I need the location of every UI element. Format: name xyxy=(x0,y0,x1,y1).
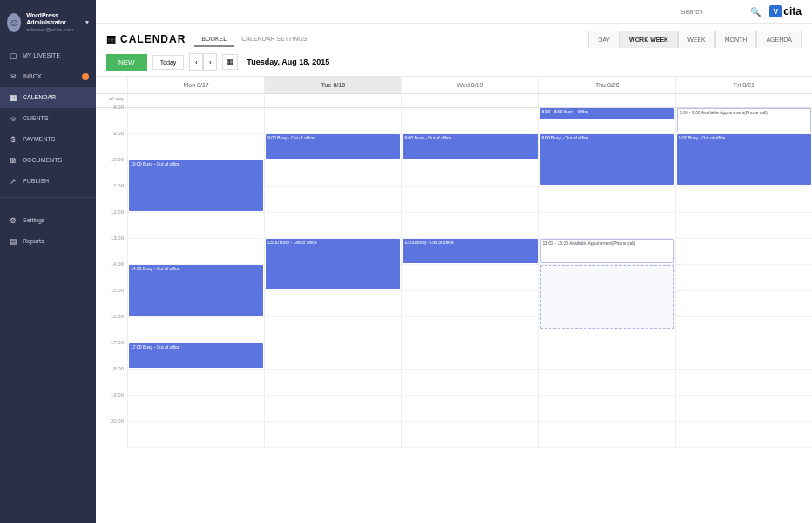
nav-icon: ▦ xyxy=(9,93,17,102)
hour-label: 19:00 xyxy=(96,392,127,418)
nav-label: INBOX xyxy=(23,73,42,79)
view-tab-day[interactable]: DAY xyxy=(588,31,619,48)
date-label: Tuesday, Aug 18, 2015 xyxy=(247,58,329,66)
tab-booked[interactable]: BOOKED xyxy=(194,32,234,47)
day-column[interactable]: 9:00 Busy - Out of office13:00 Busy - Ou… xyxy=(264,108,401,448)
calendar-event[interactable]: 13:00 - 13:30 Available Appointment(Phon… xyxy=(540,239,674,263)
hour-label: 17:00 xyxy=(96,340,127,366)
nav-icon: 🗎 xyxy=(9,156,17,165)
sidebar-item-my-livesite[interactable]: ▢MY LIVESITE xyxy=(0,45,96,66)
chevron-down-icon: ▾ xyxy=(85,18,89,26)
view-tab-work-week[interactable]: WORK WEEK xyxy=(619,31,678,48)
day-column[interactable]: 8:00 - 9:00 Available Appointment(Phone … xyxy=(675,108,812,448)
today-button[interactable]: Today xyxy=(152,55,185,70)
nav-footer: ⚙Settings▤Reports xyxy=(0,210,96,252)
view-tab-month[interactable]: MONTH xyxy=(715,31,757,48)
calendar-grid: Mon 8/17Tue 8/18Wed 8/19Thu 8/20Fri 8/21… xyxy=(96,77,812,523)
logo-text: cita xyxy=(783,5,802,17)
sidebar: ☺ WordPress Administrator adminvc@vcita.… xyxy=(0,0,96,523)
calendar-event[interactable]: 13:00 Busy - Out of office xyxy=(403,239,537,263)
date-picker-icon[interactable]: ▦ xyxy=(222,54,238,70)
calendar-event[interactable]: 8:00 - 8:30 Busy - Office xyxy=(540,108,674,119)
allday-cell[interactable] xyxy=(675,94,812,107)
profile-name: WordPress Administrator xyxy=(26,12,80,27)
toolbar: NEW Today ‹ › ▦ Tuesday, Aug 18, 2015 xyxy=(96,48,812,77)
nav-label: CALENDAR xyxy=(23,94,56,100)
profile[interactable]: ☺ WordPress Administrator adminvc@vcita.… xyxy=(0,7,96,38)
calendar-event[interactable]: 8:00 - 9:00 Available Appointment(Phone … xyxy=(677,108,811,132)
nav-label: CLIENTS xyxy=(23,115,49,121)
nav-label: Reports xyxy=(23,238,44,244)
search-icon[interactable]: 🔍 xyxy=(750,7,761,17)
day-column[interactable]: 8:00 - 8:30 Busy - Office9:00 Busy - Out… xyxy=(538,108,675,448)
day-header[interactable]: Tue 8/18 xyxy=(264,77,401,93)
allday-cell[interactable] xyxy=(401,94,538,107)
tab-calendar-settings[interactable]: CALENDAR SETTINGS xyxy=(234,32,314,47)
view-tab-agenda[interactable]: AGENDA xyxy=(756,31,802,48)
nav-label: PAYMENTS xyxy=(23,136,55,142)
avatar: ☺ xyxy=(7,13,21,32)
day-header[interactable]: Wed 8/19 xyxy=(401,77,538,93)
day-header[interactable]: Thu 8/20 xyxy=(538,77,675,93)
new-button[interactable]: NEW xyxy=(106,54,147,71)
sidebar-item-inbox[interactable]: ✉INBOX xyxy=(0,66,96,87)
allday-cell[interactable] xyxy=(538,94,675,107)
sidebar-item-clients[interactable]: ☺CLIENTS xyxy=(0,108,96,129)
nav-label: DOCUMENTS xyxy=(23,157,62,163)
hour-label: 18:00 xyxy=(96,366,127,392)
day-header[interactable]: Mon 8/17 xyxy=(127,77,264,93)
hour-label: 9:00 xyxy=(96,131,127,157)
allday-cell[interactable] xyxy=(127,94,264,107)
topbar: 🔍 V cita xyxy=(96,0,812,24)
sidebar-item-calendar[interactable]: ▦CALENDAR xyxy=(0,87,96,108)
calendar-event[interactable]: 9:00 Busy - Out of office xyxy=(266,134,400,159)
day-header[interactable]: Fri 8/21 xyxy=(675,77,812,93)
sidebar-item-payments[interactable]: $PAYMENTS xyxy=(0,129,96,150)
hour-label: 8:00 xyxy=(96,105,127,131)
hour-label: 13:00 xyxy=(96,235,127,262)
calendar-event[interactable]: 9:00 Busy - Out of office xyxy=(540,134,674,185)
sidebar-item-reports[interactable]: ▤Reports xyxy=(0,231,96,252)
nav-icon: ▤ xyxy=(9,237,17,246)
hour-label: 12:00 xyxy=(96,209,127,235)
day-column[interactable]: 9:00 Busy - Out of office13:00 Busy - Ou… xyxy=(401,108,538,448)
nav-label: PUBLISH xyxy=(23,178,49,184)
hour-label: 11:00 xyxy=(96,183,127,209)
hour-label: 14:00 xyxy=(96,262,127,288)
calendar-event[interactable]: 9:00 Busy - Out of office xyxy=(403,134,537,159)
sidebar-item-settings[interactable]: ⚙Settings xyxy=(0,210,96,231)
prev-button[interactable]: ‹ xyxy=(189,53,203,71)
notification-badge xyxy=(82,73,89,80)
sidebar-item-documents[interactable]: 🗎DOCUMENTS xyxy=(0,150,96,171)
page-title: ▦ CALENDAR xyxy=(106,33,186,45)
allday-cell[interactable] xyxy=(264,94,401,107)
view-tab-week[interactable]: WEEK xyxy=(678,31,715,48)
calendar-icon: ▦ xyxy=(106,33,117,45)
calendar-event[interactable]: 10:00 Busy - Out of office xyxy=(129,160,263,211)
hour-label: 10:00 xyxy=(96,157,127,183)
sidebar-item-publish[interactable]: ↗PUBLISH xyxy=(0,171,96,192)
nav-icon: $ xyxy=(9,135,17,144)
nav-icon: ✉ xyxy=(9,72,17,81)
calendar-event[interactable]: 14:00 Busy - Out of office xyxy=(129,265,263,316)
nav-icon: ⚙ xyxy=(9,216,17,225)
logo-mark: V xyxy=(769,5,782,17)
calendar-event[interactable]: 9:00 Busy - Out of office xyxy=(677,134,811,185)
hour-label: 20:00 xyxy=(96,418,127,445)
calendar-event[interactable]: 13:00 Busy - Out of office xyxy=(266,239,400,289)
calendar-event[interactable] xyxy=(540,265,674,329)
brand-logo[interactable]: V cita xyxy=(769,5,802,17)
view-tabs: DAYWORK WEEKWEEKMONTHAGENDA xyxy=(588,31,802,48)
nav-label: MY LIVESITE xyxy=(23,52,60,58)
hour-label: 16:00 xyxy=(96,314,127,340)
page-header: ▦ CALENDAR BOOKEDCALENDAR SETTINGS DAYWO… xyxy=(96,24,812,48)
nav: ▢MY LIVESITE✉INBOX▦CALENDAR☺CLIENTS$PAYM… xyxy=(0,45,96,192)
nav-icon: ▢ xyxy=(9,51,17,60)
day-column[interactable]: 10:00 Busy - Out of office14:00 Busy - O… xyxy=(127,108,264,448)
profile-email: adminvc@vcita.com xyxy=(26,27,80,33)
hour-label: 15:00 xyxy=(96,288,127,314)
calendar-event[interactable]: 17:00 Busy - Out of office xyxy=(129,343,263,368)
nav-icon: ☺ xyxy=(9,114,17,123)
next-button[interactable]: › xyxy=(203,53,217,71)
search-input[interactable] xyxy=(680,8,741,16)
